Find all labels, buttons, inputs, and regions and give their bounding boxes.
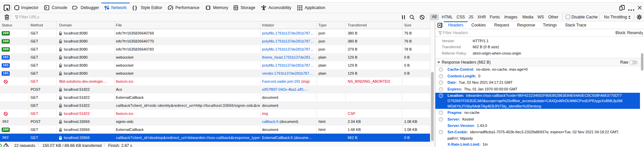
svg-text:?: ? (440, 94, 442, 97)
svg-text:?: ? (440, 74, 442, 78)
svg-text:?: ? (440, 87, 442, 91)
svg-text:?: ? (440, 118, 442, 121)
svg-text:?: ? (440, 81, 442, 84)
svg-text:?: ? (440, 130, 442, 134)
svg-text:?: ? (440, 68, 442, 71)
svg-text:?: ? (440, 111, 442, 114)
